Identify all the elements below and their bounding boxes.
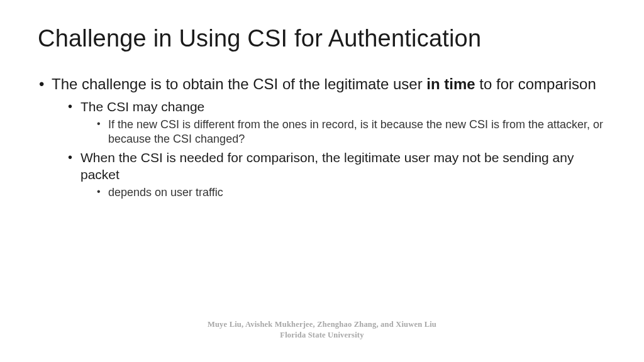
text-fragment: to for comparison <box>475 75 596 92</box>
slide: Challenge in Using CSI for Authenticatio… <box>0 0 644 362</box>
text-fragment-bold: in time <box>426 75 475 92</box>
text-fragment: When the CSI is needed for comparison, t… <box>80 150 574 181</box>
bullet-l2-csi-change: The CSI may change If the new CSI is dif… <box>68 99 606 146</box>
text-fragment: depends on user traffic <box>108 186 223 199</box>
text-fragment: If the new CSI is different from the one… <box>108 118 603 145</box>
bullet-list-lvl2: The CSI may change If the new CSI is dif… <box>68 99 606 199</box>
bullet-list-lvl3: depends on user traffic <box>97 185 606 200</box>
bullet-l3-depends-traffic: depends on user traffic <box>97 185 606 200</box>
footer-authors: Muye Liu, Avishek Mukherjee, Zhenghao Zh… <box>0 319 644 330</box>
slide-footer: Muye Liu, Avishek Mukherjee, Zhenghao Zh… <box>0 319 644 341</box>
text-fragment: The challenge is to obtain the CSI of th… <box>52 75 426 92</box>
footer-affiliation: Florida State University <box>0 330 644 341</box>
bullet-l1-challenge: The challenge is to obtain the CSI of th… <box>38 75 606 199</box>
text-fragment: The CSI may change <box>80 99 204 114</box>
bullet-list-lvl3: If the new CSI is different from the one… <box>97 118 606 146</box>
bullet-list: The challenge is to obtain the CSI of th… <box>38 75 606 199</box>
bullet-l2-no-packet: When the CSI is needed for comparison, t… <box>68 150 606 199</box>
bullet-l3-attacker-or-change: If the new CSI is different from the one… <box>97 118 606 146</box>
slide-title: Challenge in Using CSI for Authenticatio… <box>38 25 606 52</box>
